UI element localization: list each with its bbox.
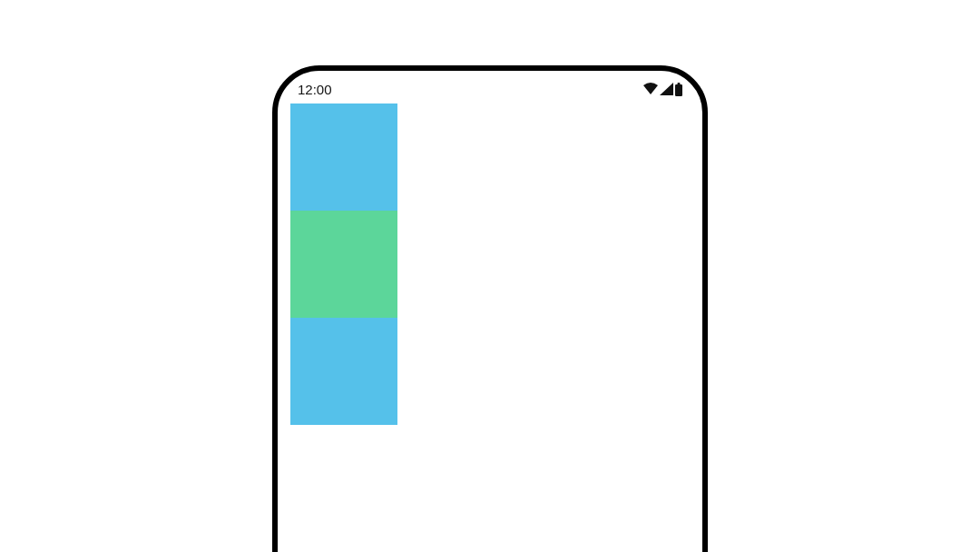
color-column	[290, 104, 397, 425]
box-3	[290, 318, 397, 425]
cellular-icon	[660, 83, 673, 95]
canvas: 12:00	[0, 0, 980, 552]
clock: 12:00	[298, 82, 332, 97]
box-1	[290, 104, 397, 211]
wifi-icon	[643, 83, 658, 95]
box-2	[290, 211, 397, 318]
status-bar: 12:00	[278, 74, 702, 104]
svg-rect-0	[675, 84, 682, 96]
battery-icon	[675, 83, 682, 96]
status-bar-icons	[643, 83, 682, 96]
app-content	[278, 104, 702, 425]
svg-rect-1	[678, 83, 681, 85]
phone-frame: 12:00	[272, 65, 708, 552]
